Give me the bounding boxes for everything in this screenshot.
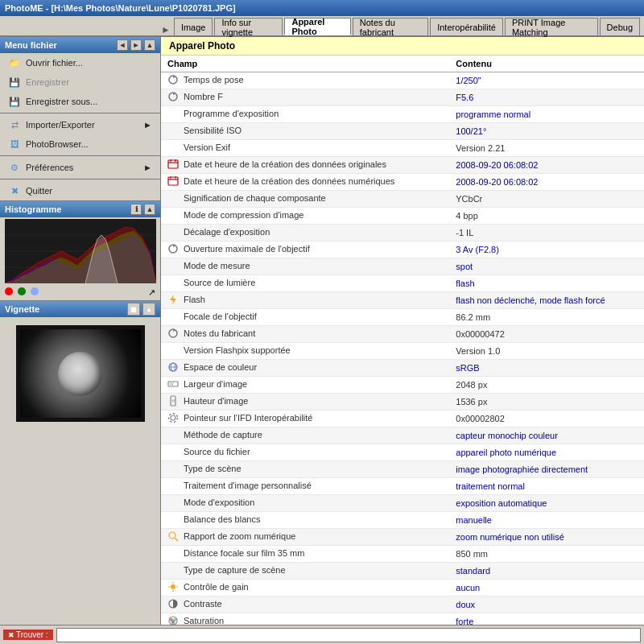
refresh-icon — [167, 91, 180, 104]
sidebar-header-icons: ◄ ► ▲ — [117, 39, 155, 51]
table-row: Notes du fabricant 0x00000472 — [161, 326, 644, 343]
vignette-collapse-icon[interactable]: ▲ — [142, 303, 155, 316]
refresh-icon — [167, 74, 180, 87]
histogram-header-icons: ℹ ▲ — [130, 204, 155, 215]
table-row: Balance des blancs manuelle — [161, 512, 644, 529]
table-row: Contrôle de gain aucun — [161, 580, 644, 597]
value-cell: traitement normal — [449, 478, 644, 495]
value-cell: 2008-09-20 06:08:02 — [449, 174, 644, 191]
table-row: Type de scène image photographiée direct… — [161, 461, 644, 478]
find-button[interactable]: ✖ Trouver : — [3, 630, 53, 640]
menu-preferences-label: Préférences — [26, 163, 73, 172]
tab-debug[interactable]: Debug — [600, 18, 640, 35]
height-icon: H — [167, 395, 180, 408]
value-cell: manuelle — [449, 512, 644, 529]
table-row: WLargeur d'image 2048 px — [161, 377, 644, 394]
field-cell: HHauteur d'image — [161, 394, 449, 411]
field-cell: Sensibilité ISO — [161, 123, 449, 140]
save-as-icon: 💾 — [8, 95, 21, 108]
svg-marker-15 — [170, 295, 176, 304]
field-cell: Focale de l'objectif — [161, 309, 449, 326]
value-cell: 850 mm — [449, 546, 644, 563]
hist-expand-icon[interactable]: ↗ — [148, 287, 155, 298]
field-cell: Temps de pose — [161, 72, 449, 89]
field-cell: Méthode de capture — [161, 427, 449, 444]
none-icon — [167, 125, 180, 138]
refresh-icon — [167, 328, 180, 341]
menu-preferences[interactable]: ⚙ Préférences ► — [0, 158, 160, 177]
histogram-header: Histogramme ℹ ▲ — [0, 201, 160, 217]
vignette-grid-icon[interactable]: ▦ — [127, 303, 140, 316]
tab-image[interactable]: Image — [174, 18, 213, 35]
histogram-info-icon[interactable]: ℹ — [130, 204, 142, 215]
field-cell: Distance focale sur film 35 mm — [161, 546, 449, 563]
field-cell: Espace de couleur — [161, 360, 449, 377]
field-cell: WLargeur d'image — [161, 377, 449, 394]
table-row: Date et heure de la création des données… — [161, 174, 644, 191]
calendar-icon — [167, 175, 180, 188]
table-row: Version Exif Version 2.21 — [161, 140, 644, 157]
none-icon — [167, 446, 180, 459]
value-cell: image photographiée directement — [449, 461, 644, 478]
none-icon — [167, 564, 180, 577]
menu-photobrowser[interactable]: 🖼 PhotoBrowser... — [0, 134, 160, 154]
menu-ouvrir[interactable]: 📁 Ouvrir fichier... — [0, 53, 160, 72]
titlebar: PhotoME - [H:\Mes Photos\Nature\Lune\P10… — [0, 0, 644, 16]
none-icon — [167, 547, 180, 560]
table-row: Rapport de zoom numérique zoom numérique… — [161, 529, 644, 546]
sidebar-nav-left[interactable]: ◄ — [117, 39, 128, 51]
menu-sep-3 — [0, 179, 160, 180]
histogram-dots: ↗ — [0, 285, 160, 300]
search-input[interactable] — [56, 628, 641, 642]
value-cell: Version 1.0 — [449, 343, 644, 360]
tab-print-image[interactable]: PRINT Image Matching — [505, 18, 598, 35]
value-cell: 0x00002802 — [449, 411, 644, 427]
refresh-icon — [167, 243, 180, 256]
sidebar-collapse[interactable]: ▲ — [144, 39, 155, 51]
value-cell: spot — [449, 258, 644, 275]
tab-notes-fabricant[interactable]: Notes du fabricant — [353, 18, 428, 35]
table-row: Signification de chaque composante YCbCr — [161, 191, 644, 208]
menu-enregistrer-sous[interactable]: 💾 Enregistrer sous... — [0, 92, 160, 111]
table-row: Version Flashpix supportée Version 1.0 — [161, 343, 644, 360]
moon-circle — [58, 352, 102, 396]
field-cell: Pointeur sur l'IFD Interopérabilité — [161, 411, 449, 427]
menu-enregistrer[interactable]: 💾 Enregistrer — [0, 72, 160, 92]
menu-photobrowser-label: PhotoBrowser... — [26, 139, 89, 149]
menu-importer[interactable]: ⇄ Importer/Exporter ► — [0, 115, 160, 134]
field-cell: Mode de mesure — [161, 258, 449, 275]
globe-icon — [167, 361, 180, 374]
field-cell: Type de capture de scène — [161, 563, 449, 580]
sidebar-nav-right[interactable]: ► — [130, 39, 142, 51]
import-icon: ⇄ — [8, 118, 21, 131]
table-row: Mode de mesure spot — [161, 258, 644, 275]
vignette-label: Vignette — [5, 304, 39, 314]
contrast-icon — [167, 598, 180, 611]
none-icon — [167, 209, 180, 222]
svg-text:H: H — [172, 398, 175, 403]
hist-green-dot — [18, 287, 26, 295]
field-cell: Nombre F — [161, 89, 449, 106]
tab-interoperabilite[interactable]: Interopérabilité — [430, 18, 503, 35]
field-cell: Mode de compression d'image — [161, 208, 449, 225]
hist-blue-dot — [31, 287, 39, 295]
value-cell: Version 2.21 — [449, 140, 644, 157]
value-cell: 2048 px — [449, 377, 644, 394]
save-icon: 💾 — [8, 76, 21, 89]
menu-quitter[interactable]: ✖ Quitter — [0, 181, 160, 200]
histogram-collapse-icon[interactable]: ▲ — [144, 204, 155, 215]
none-icon — [167, 226, 180, 239]
field-cell: Ouverture maximale de l'objectif — [161, 242, 449, 258]
field-cell: Mode d'exposition — [161, 495, 449, 512]
tab-apparel-photo[interactable]: Apparel Photo — [284, 18, 350, 35]
sun-icon — [167, 581, 180, 594]
value-cell: 100/21° — [449, 123, 644, 140]
svg-point-28 — [171, 584, 175, 589]
col-contenu: Contenu — [449, 56, 644, 72]
tab-info-vignette[interactable]: Info sur vignette — [214, 18, 283, 35]
table-row: Source de lumière flash — [161, 275, 644, 292]
value-cell: flash — [449, 275, 644, 292]
table-row: Mode d'exposition exposition automatique — [161, 495, 644, 512]
value-cell: standard — [449, 563, 644, 580]
vignette-header: Vignette ▦ ▲ — [0, 301, 160, 317]
